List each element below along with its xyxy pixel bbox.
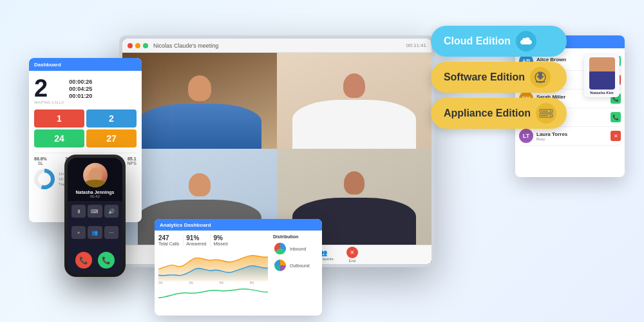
- phone-mute-btn[interactable]: ⏸: [71, 205, 86, 218]
- phone-device: Natasha Jennings 00:42 ⏸ ⌨ 🔊 + 👥 ⋯ 📞 📞: [64, 155, 126, 277]
- phone-outer: Natasha Jennings 00:42 ⏸ ⌨ 🔊 + 👥 ⋯ 📞 📞: [64, 155, 126, 277]
- end-label: End: [348, 259, 355, 263]
- metric-1: 88.8% SL: [34, 156, 47, 166]
- svg-text:3%: 3%: [189, 281, 194, 285]
- p2-body: [292, 100, 416, 149]
- meeting-time: 00:11:41: [406, 43, 426, 48]
- stat-2-val: 91%: [186, 234, 206, 242]
- second-chart: [158, 285, 268, 301]
- selected-contact-name: Natasha Kim: [587, 91, 617, 95]
- monitor-titlebar: Nicolas Claude's meeting 00:11:41: [122, 39, 431, 53]
- analytics-stat-2: 91% Answered: [186, 234, 211, 246]
- download-icon: [534, 71, 547, 84]
- metric-4-val: 85.1: [128, 156, 137, 161]
- time-3: 00:01:20: [69, 93, 92, 99]
- titlebar-close-dot[interactable]: [128, 43, 133, 48]
- gauge-chart: [34, 169, 55, 189]
- analytics-stat-3: 9% Missed: [213, 234, 231, 246]
- analytics-left: 247 Total Calls 91% Answered 9% Missed: [158, 234, 268, 301]
- contact-status-5: Busy: [536, 137, 607, 141]
- svg-text:0%: 0%: [158, 281, 164, 285]
- phone-keypad-btn[interactable]: ⌨: [88, 205, 102, 218]
- metric-4: 85.1 NPS: [128, 156, 137, 166]
- phone-bottom-actions: 📞 📞: [68, 249, 122, 274]
- software-edition-label: Software Edition: [444, 71, 525, 83]
- pie-2-label: Outbound: [290, 263, 310, 268]
- analytics-right: Distribution Inbound: [273, 234, 318, 301]
- meeting-title: Nicolas Claude's meeting: [153, 43, 404, 49]
- contact-end-5[interactable]: ✕: [611, 131, 621, 141]
- analytics-stats: 247 Total Calls 91% Answered 9% Missed: [158, 234, 268, 246]
- analytics-body: 247 Total Calls 91% Answered 9% Missed: [155, 231, 322, 305]
- video-grid: [122, 53, 431, 245]
- stat-3-val: 9%: [213, 234, 227, 242]
- phone-add-call-btn[interactable]: +: [71, 226, 86, 239]
- svg-point-9: [550, 111, 551, 112]
- titlebar-max-dot[interactable]: [143, 43, 148, 48]
- time-1: 00:00:26: [69, 79, 92, 85]
- color-boxes: 1 2 24 27: [34, 109, 137, 147]
- call-times: 00:00:26 00:04:25 00:01:20: [69, 79, 92, 99]
- software-edition-icon: [530, 67, 551, 88]
- end-call-button[interactable]: ✕: [346, 247, 358, 258]
- appliance-edition-icon: [536, 103, 556, 124]
- stat-1-lbl: Total Calls: [158, 242, 179, 246]
- line-chart-svg: [158, 285, 268, 301]
- waiting-label: WAITING CALLS: [34, 100, 64, 104]
- selected-contact-avatar: [589, 57, 615, 90]
- toolbar-end[interactable]: ✕ End: [346, 247, 358, 263]
- video-cell-1: [122, 53, 277, 149]
- p2-head: [343, 73, 365, 98]
- metric-1-val: 88.8%: [34, 156, 47, 161]
- video-cell-2: [277, 53, 431, 149]
- avatar-body: [83, 180, 108, 187]
- phone-answer-btn[interactable]: 📞: [98, 252, 115, 269]
- stat-1-val: 247: [158, 234, 179, 242]
- p1-body: [138, 104, 261, 149]
- software-edition-badge[interactable]: Software Edition: [431, 62, 567, 93]
- metric-4-lbl: NPS: [128, 161, 137, 166]
- chart-svg: 0% 3% 6% 9%: [158, 250, 268, 285]
- stat-2-lbl: Answered: [186, 242, 206, 246]
- main-scene: Dashboard 2 WAITING CALLS 00:00:26 00:04…: [0, 0, 644, 322]
- box-green: 24: [34, 129, 84, 147]
- call-duration: 00:42: [90, 194, 100, 198]
- stats-panel-title: Dashboard: [34, 62, 61, 68]
- titlebar-min-dot[interactable]: [135, 43, 140, 48]
- phone-end-call-btn[interactable]: 📞: [75, 252, 92, 269]
- phone-more-btn[interactable]: ⋯: [104, 226, 118, 239]
- appliance-edition-label: Appliance Edition: [444, 108, 531, 119]
- stat-3-lbl: Missed: [213, 242, 227, 246]
- contact-actions-4: 📞: [611, 112, 621, 122]
- pie-1-label: Inbound: [290, 247, 306, 251]
- person-2: [292, 67, 416, 149]
- contact-call-4[interactable]: 📞: [611, 112, 621, 122]
- caller-avatar: [83, 163, 108, 187]
- phone-controls-grid: ⏸ ⌨ 🔊 + 👥 ⋯: [68, 201, 122, 249]
- waiting-calls-number: 2: [34, 76, 64, 100]
- stats-big-section: 2 WAITING CALLS 00:00:26 00:04:25 00:01:…: [34, 76, 137, 104]
- caller-name: Natasha Jennings: [76, 190, 115, 194]
- box-blue: 2: [86, 109, 137, 128]
- phone-speaker-btn[interactable]: 🔊: [104, 205, 118, 218]
- contact-name-5: Laura Torres: [536, 131, 607, 137]
- pie-section-title: Distribution: [273, 234, 318, 239]
- phone-top-area: Natasha Jennings 00:42: [68, 158, 122, 201]
- pie-chart-1: [273, 242, 287, 256]
- pie-2: Outbound: [273, 258, 318, 272]
- cloud-icon: [520, 36, 533, 46]
- svg-text:9%: 9%: [250, 281, 255, 285]
- p1-head: [188, 75, 211, 101]
- cloud-edition-badge[interactable]: Cloud Edition: [431, 26, 567, 57]
- stats-panel-header: Dashboard: [29, 58, 142, 71]
- pie-charts-container: Inbound Outbound: [273, 242, 318, 272]
- contact-row-5[interactable]: LT Laura Torres Busy ✕: [519, 127, 621, 146]
- time-2: 00:04:25: [69, 86, 92, 92]
- phone-participants-btn[interactable]: 👥: [88, 226, 102, 239]
- selected-contact-card: Natasha Kim: [584, 55, 620, 97]
- pie-chart-2: [273, 258, 287, 272]
- appliance-edition-badge[interactable]: Appliance Edition: [431, 98, 567, 129]
- analytics-stat-1: 247 Total Calls: [158, 234, 184, 246]
- phone-screen: Natasha Jennings 00:42 ⏸ ⌨ 🔊 + 👥 ⋯ 📞 📞: [68, 158, 122, 274]
- server-icon: [539, 108, 553, 118]
